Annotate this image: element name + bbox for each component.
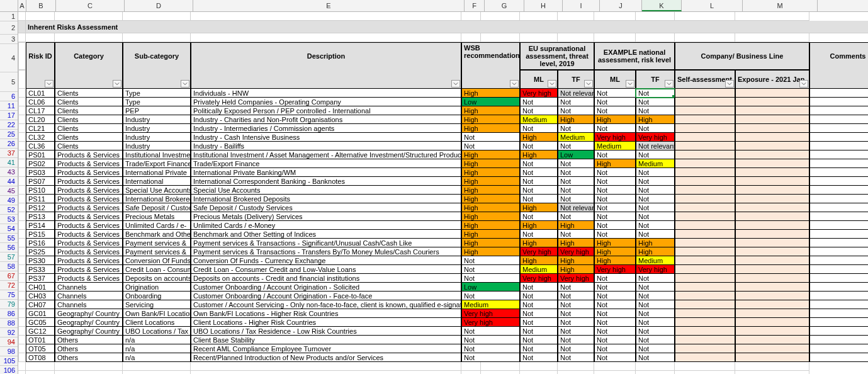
cell[interactable]: PS25 [26,247,55,256]
cell[interactable]: Type [123,98,191,106]
row-number[interactable]: 106 [0,366,18,374]
cell[interactable]: Clients [55,115,123,124]
cell[interactable] [735,309,809,318]
filter-riskid[interactable] [45,80,54,88]
cell[interactable]: Not [594,309,636,318]
row-number[interactable]: 88 [0,319,18,328]
cell[interactable] [18,124,26,133]
cell[interactable]: High [558,265,594,274]
cell[interactable]: Not [461,336,520,344]
cell[interactable]: PS16 [26,239,55,247]
cell[interactable]: Products & Services [55,247,123,256]
cell[interactable]: Clients [55,124,123,133]
cell[interactable]: Not [594,150,636,159]
cell[interactable]: High [520,203,558,212]
cell[interactable]: Products & Services [55,150,123,159]
cell[interactable]: Not [636,221,675,230]
cell[interactable]: Industry [123,142,191,150]
cell[interactable]: Not [520,344,558,353]
cell[interactable]: Clients [55,89,123,98]
cell[interactable]: Payment services & Transactions - Transf… [191,247,461,256]
cell[interactable]: High [461,177,520,186]
row-number[interactable]: 1 [0,12,18,21]
cell[interactable]: Low [461,283,520,292]
cell[interactable]: Not [636,124,675,133]
cell[interactable] [809,327,868,336]
cell[interactable]: Products & Services [55,274,123,283]
cell[interactable]: High [461,150,520,159]
cell[interactable]: Not [594,186,636,195]
cell[interactable]: PEP [123,106,191,115]
cell[interactable]: Very high [520,274,558,283]
cell[interactable]: Products & Services [55,203,123,212]
cell[interactable] [18,203,26,212]
row-number[interactable]: 72 [0,281,18,290]
cell[interactable]: High [461,124,520,133]
col-H[interactable]: H [524,0,563,11]
cell[interactable]: Not [461,133,520,142]
cell[interactable] [18,142,26,150]
cell[interactable] [18,292,26,300]
cell[interactable]: Not [636,186,675,195]
cell[interactable] [18,150,26,159]
cell[interactable]: Not [520,186,558,195]
cell[interactable]: Channels [55,292,123,300]
cell[interactable]: Not [520,159,558,168]
cell[interactable]: Customer Onboarding / Account Originatio… [191,283,461,292]
cell[interactable]: Very high [461,318,520,327]
cell[interactable]: Not [520,106,558,115]
cell[interactable]: Not [520,195,558,203]
cell[interactable]: Medium [636,256,675,265]
cell[interactable]: Very high [558,247,594,256]
cell[interactable] [735,203,809,212]
cell[interactable] [675,274,735,283]
cell[interactable]: Not [594,203,636,212]
cell[interactable]: Not [558,318,594,327]
cell[interactable] [735,353,809,362]
cell[interactable] [809,203,868,212]
cell[interactable]: Not [594,353,636,362]
col-G[interactable]: G [485,0,524,11]
col-I[interactable]: I [563,0,600,11]
cell[interactable] [809,230,868,239]
cell[interactable] [675,203,735,212]
cell[interactable]: International Brokered [123,195,191,203]
cell[interactable]: Not [636,212,675,221]
cell[interactable] [675,89,735,98]
cell[interactable]: Not [636,98,675,106]
cell[interactable]: CL06 [26,98,55,106]
cell[interactable]: High [520,150,558,159]
cell[interactable] [18,300,26,309]
cell[interactable]: Not relevant [558,89,594,98]
cell[interactable]: PS07 [26,177,55,186]
cell[interactable]: Not [558,292,594,300]
cell[interactable]: Not [636,327,675,336]
cell[interactable]: Products & Services [55,168,123,177]
row-number[interactable]: 52 [0,205,18,215]
cell[interactable]: CL21 [26,124,55,133]
cell[interactable]: Clients [55,106,123,115]
cell[interactable] [735,195,809,203]
cell[interactable]: High [558,115,594,124]
cell[interactable]: Not [520,98,558,106]
cell[interactable]: Not [520,283,558,292]
filter-eu-tf[interactable] [584,80,593,88]
cell[interactable]: Not [594,292,636,300]
col-F[interactable]: F [465,0,485,11]
cell[interactable] [809,256,868,265]
cell[interactable] [735,124,809,133]
cell[interactable] [675,159,735,168]
cell[interactable]: Not [520,142,558,150]
cell[interactable]: Not [636,168,675,177]
cell[interactable] [18,256,26,265]
cell[interactable]: Clients [55,142,123,150]
row-number[interactable]: 26 [0,139,18,149]
cell[interactable] [675,142,735,150]
cell[interactable] [809,89,868,98]
cell[interactable]: Industry [123,124,191,133]
cell[interactable] [675,186,735,195]
cell[interactable] [18,230,26,239]
cell[interactable]: Low [558,150,594,159]
cell[interactable]: High [461,221,520,230]
cell[interactable]: Not [636,195,675,203]
